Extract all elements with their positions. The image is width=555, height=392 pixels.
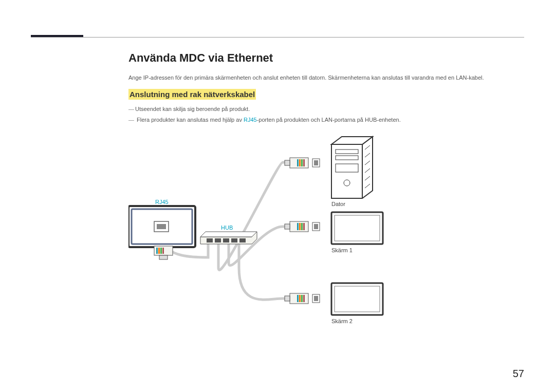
svg-rect-13 [231, 238, 237, 242]
label-skarm1: Skärm 1 [331, 247, 353, 253]
svg-rect-41 [336, 156, 358, 160]
svg-rect-28 [285, 224, 290, 229]
svg-rect-5 [156, 248, 158, 254]
svg-rect-10 [207, 238, 213, 242]
diagram-svg [128, 134, 447, 350]
svg-rect-33 [299, 295, 301, 302]
svg-rect-20 [285, 160, 290, 165]
display-rj45 [128, 206, 195, 247]
svg-rect-53 [335, 286, 380, 312]
svg-rect-34 [301, 295, 303, 302]
page-number: 57 [513, 368, 524, 380]
svg-rect-7 [160, 248, 162, 254]
display-1 [331, 212, 383, 244]
display-2 [331, 283, 383, 315]
note-2: Flera produkter kan anslutas med hjälp a… [128, 116, 524, 124]
svg-rect-27 [303, 223, 305, 230]
hub-device [200, 232, 257, 244]
svg-rect-22 [314, 160, 318, 165]
svg-rect-16 [297, 159, 299, 166]
svg-rect-42 [336, 164, 358, 172]
main-content: Använda MDC via Ethernet Ange IP-adresse… [128, 51, 524, 350]
connection-diagram: RJ45 HUB Dator Skärm 1 Skärm 2 [128, 134, 447, 350]
note-2-post: -porten på produkten och LAN-portarna på… [257, 117, 401, 123]
svg-rect-51 [335, 215, 380, 241]
svg-rect-8 [162, 248, 164, 254]
intro-paragraph: Ange IP-adressen för den primära skärmen… [128, 74, 524, 82]
svg-rect-24 [297, 223, 299, 230]
header-divider [31, 37, 524, 38]
svg-rect-14 [239, 238, 246, 242]
svg-rect-6 [158, 248, 160, 254]
section-subheading: Anslutning med rak nätverkskabel [128, 89, 256, 100]
rj45-port-text: RJ45 [244, 117, 257, 123]
page-heading: Använda MDC via Ethernet [128, 51, 524, 65]
svg-rect-9 [159, 255, 168, 259]
note-1: Utseendet kan skilja sig beroende på pro… [128, 105, 524, 114]
svg-rect-36 [285, 296, 290, 301]
svg-point-43 [344, 180, 350, 186]
computer-icon [331, 137, 373, 198]
svg-rect-17 [299, 159, 301, 166]
svg-rect-40 [336, 150, 358, 154]
svg-rect-3 [157, 224, 166, 229]
note-2-pre: Flera produkter kan anslutas med hjälp a… [137, 117, 244, 123]
label-rj45: RJ45 [155, 199, 169, 205]
svg-rect-18 [301, 159, 303, 166]
svg-rect-12 [223, 238, 229, 242]
svg-rect-25 [299, 223, 301, 230]
label-dator: Dator [331, 201, 345, 207]
label-hub: HUB [221, 225, 233, 231]
svg-rect-30 [314, 224, 318, 229]
label-skarm2: Skärm 2 [331, 318, 353, 324]
svg-rect-11 [215, 238, 221, 242]
svg-rect-19 [303, 159, 305, 166]
svg-rect-38 [314, 296, 318, 301]
svg-rect-35 [303, 295, 305, 302]
svg-rect-32 [297, 295, 299, 302]
svg-rect-26 [301, 223, 303, 230]
